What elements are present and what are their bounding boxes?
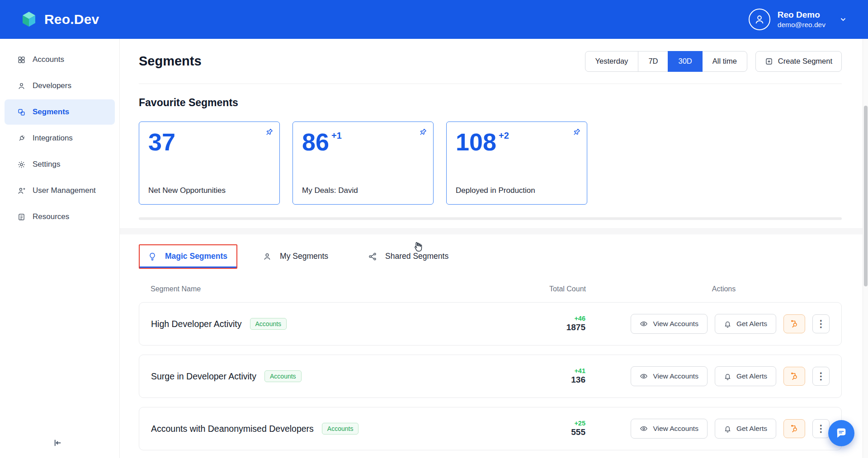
brand-logo[interactable]: Reo.Dev	[20, 10, 99, 28]
view-accounts-button[interactable]: View Accounts	[631, 314, 708, 334]
tab-label: Shared Segments	[385, 252, 448, 261]
plug-icon	[17, 134, 26, 143]
sidebar-item-developers[interactable]: Developers	[5, 73, 115, 98]
hubspot-icon	[790, 372, 799, 381]
tab-label: Magic Segments	[165, 252, 227, 261]
page-title: Segments	[139, 54, 202, 69]
create-segment-label: Create Segment	[778, 57, 832, 65]
user-name: Reo Demo	[778, 9, 826, 20]
tab-shared-segments[interactable]: Shared Segments	[368, 244, 448, 261]
collapse-sidebar-icon[interactable]	[52, 438, 63, 448]
pin-icon[interactable]	[264, 127, 274, 137]
sidebar-item-label: Resources	[33, 212, 69, 221]
get-alerts-button[interactable]: Get Alerts	[715, 366, 776, 386]
sidebar-item-settings[interactable]: Settings	[5, 152, 115, 177]
segments-icon	[17, 108, 26, 117]
plus-square-icon	[765, 57, 773, 65]
favourite-card-value: 108	[456, 128, 496, 155]
window-scrollbar[interactable]	[863, 39, 868, 458]
sidebar-item-label: User Management	[33, 186, 96, 195]
gear-icon	[17, 160, 26, 169]
kebab-menu-icon[interactable]: ⋮	[812, 419, 830, 438]
favourite-card[interactable]: 37 Net New Opportunities	[139, 122, 280, 205]
segments-tabs: Magic Segments My Segments S	[139, 234, 842, 269]
favourites-scrollbar[interactable]	[139, 217, 842, 220]
bell-icon	[724, 373, 731, 380]
get-alerts-label: Get Alerts	[736, 372, 767, 380]
sidebar-item-resources[interactable]: Resources	[5, 204, 115, 229]
sidebar-item-integrations[interactable]: Integrations	[5, 126, 115, 151]
column-header-total-count: Total Count	[523, 285, 618, 293]
window-scrollbar-thumb[interactable]	[864, 106, 868, 286]
segment-type-badge: Accounts	[264, 370, 302, 382]
view-accounts-label: View Accounts	[653, 320, 698, 328]
sidebar: Accounts Developers Segments	[0, 39, 120, 458]
favourite-card-value: 37	[148, 128, 175, 155]
count-delta: +25	[522, 420, 585, 427]
sidebar-item-accounts[interactable]: Accounts	[5, 47, 115, 72]
time-filter-7d[interactable]: 7D	[638, 51, 668, 72]
sidebar-item-label: Settings	[33, 160, 60, 169]
hubspot-sync-button[interactable]	[783, 419, 805, 438]
count-value: 1875	[522, 322, 585, 333]
main-content: Segments Yesterday 7D 30D All time Creat…	[120, 39, 868, 458]
favourite-card-value: 86	[302, 128, 329, 155]
chat-icon	[835, 427, 848, 439]
user-manage-icon	[17, 187, 26, 195]
cursor-pointer	[412, 241, 424, 252]
bulb-icon	[148, 252, 157, 261]
kebab-menu-icon[interactable]: ⋮	[812, 314, 830, 333]
tab-magic-segments[interactable]: Magic Segments	[140, 245, 236, 268]
chevron-down-icon[interactable]	[839, 15, 847, 23]
view-accounts-button[interactable]: View Accounts	[631, 366, 708, 386]
bell-icon	[724, 425, 731, 433]
tab-my-segments[interactable]: My Segments	[263, 244, 328, 261]
view-accounts-button[interactable]: View Accounts	[631, 419, 708, 439]
time-filter-yesterday[interactable]: Yesterday	[585, 51, 639, 72]
page-header: Segments Yesterday 7D 30D All time Creat…	[139, 39, 842, 84]
annotation-highlight: Magic Segments	[139, 244, 237, 269]
favourites-title: Favourite Segments	[139, 97, 842, 109]
grid-icon	[17, 56, 26, 64]
time-filter-all-time[interactable]: All time	[702, 51, 747, 72]
create-segment-button[interactable]: Create Segment	[755, 51, 842, 72]
count-value: 136	[522, 375, 585, 385]
resources-icon	[17, 213, 26, 221]
tab-label: My Segments	[280, 252, 328, 261]
avatar-icon	[749, 9, 770, 30]
person-icon	[17, 82, 26, 90]
logo-cube-icon	[20, 10, 38, 28]
bell-icon	[724, 320, 731, 328]
get-alerts-label: Get Alerts	[736, 320, 767, 328]
kebab-menu-icon[interactable]: ⋮	[812, 367, 830, 386]
segment-name[interactable]: Accounts with Deanonymised Developers	[151, 424, 314, 434]
get-alerts-button[interactable]: Get Alerts	[715, 314, 776, 334]
favourite-card-delta: +1	[331, 131, 342, 140]
favourite-card-label: My Deals: David	[302, 186, 424, 197]
time-filter-30d[interactable]: 30D	[668, 51, 702, 72]
segment-type-badge: Accounts	[250, 318, 287, 330]
hubspot-icon	[790, 424, 799, 433]
segment-type-badge: Accounts	[322, 423, 359, 435]
chat-widget-button[interactable]	[828, 420, 854, 446]
get-alerts-button[interactable]: Get Alerts	[715, 419, 776, 439]
favourite-card[interactable]: 108+2 Deployed in Production	[446, 122, 587, 205]
table-row: High Developer Activity Accounts +46 187…	[139, 302, 842, 346]
user-menu[interactable]: Reo Demo demo@reo.dev	[749, 9, 847, 30]
favourite-card[interactable]: 86+1 My Deals: David	[292, 122, 434, 205]
segment-name[interactable]: High Developer Activity	[151, 319, 242, 329]
count-value: 555	[522, 427, 585, 438]
view-accounts-label: View Accounts	[653, 425, 698, 433]
hubspot-sync-button[interactable]	[783, 367, 805, 386]
segment-name[interactable]: Surge in Developer Activity	[151, 371, 256, 382]
person-icon	[263, 252, 272, 261]
eye-icon	[640, 372, 648, 380]
hubspot-sync-button[interactable]	[783, 314, 805, 333]
sidebar-item-segments[interactable]: Segments	[5, 99, 115, 125]
favourite-segments-section: Favourite Segments 37 Net New Opportunit…	[139, 84, 842, 228]
sidebar-item-user-management[interactable]: User Management	[5, 178, 115, 203]
brand-name: Reo.Dev	[44, 12, 99, 27]
table-row: Accounts with Deanonymised Developers Ac…	[139, 407, 842, 450]
pin-icon[interactable]	[418, 127, 428, 137]
pin-icon[interactable]	[571, 127, 581, 137]
